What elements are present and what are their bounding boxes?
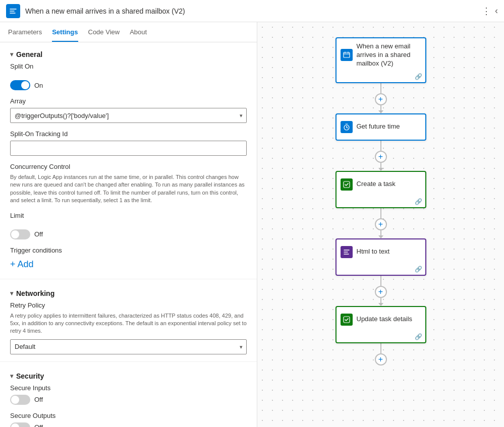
general-label: General (16, 50, 42, 58)
add-step-1-button[interactable]: + (375, 93, 387, 105)
secure-outputs-field: Secure Outputs Off (0, 412, 257, 427)
array-label: Array (10, 97, 247, 105)
tab-parameters[interactable]: Parameters (8, 22, 42, 42)
trigger-label: When a new email arrives in a shared mai… (357, 42, 420, 68)
flow-node-trigger-inner: When a new email arrives in a shared mai… (337, 38, 425, 72)
secure-inputs-toggle[interactable] (10, 395, 30, 405)
app-icon (6, 4, 20, 18)
split-on-knob (21, 81, 29, 89)
workflow-title: When a new email arrives in a shared mai… (25, 7, 477, 15)
add-step-5-button[interactable]: + (375, 353, 387, 365)
split-on-toggle[interactable] (10, 80, 30, 90)
tab-codeview[interactable]: Code View (88, 22, 120, 42)
split-on-tracking-input[interactable] (10, 141, 247, 156)
connector-1: + (375, 83, 387, 113)
line-2 (380, 141, 381, 151)
secure-outputs-label: Secure Outputs (10, 412, 247, 419)
arrow-2 (378, 168, 383, 171)
line-5 (380, 343, 381, 353)
flow-node-html-to-text-inner: Html to text (337, 239, 425, 265)
trigger-conditions-field: Trigger conditions + Add (0, 247, 257, 272)
add-step-2-button[interactable]: + (375, 151, 387, 163)
connector-3: + (375, 208, 387, 238)
arrow-4 (378, 303, 383, 306)
trigger-footer: 🔗 (337, 72, 425, 82)
html-to-text-footer: 🔗 (337, 265, 425, 275)
create-task-link-icon: 🔗 (415, 198, 422, 205)
security-chevron: ▾ (10, 373, 13, 380)
add-trigger-condition-button[interactable]: + Add (10, 257, 247, 272)
flow-node-update-task-details[interactable]: Update task details 🔗 (335, 306, 426, 343)
secure-outputs-toggle[interactable] (10, 422, 30, 427)
top-bar: When a new email arrives in a shared mai… (0, 0, 504, 22)
add-label: Add (18, 259, 34, 270)
retry-policy-select-wrap: DefaultNoneFixed intervalExponential int… (10, 339, 247, 354)
limit-value: Off (34, 230, 43, 238)
html-to-text-icon (341, 246, 353, 258)
svg-rect-1 (344, 52, 350, 57)
secure-outputs-toggle-row: Off (10, 422, 247, 427)
networking-chevron: ▾ (10, 290, 13, 297)
connector-2: + (375, 141, 387, 171)
top-bar-actions: ⋮ ‹ (482, 6, 498, 17)
line-4 (380, 276, 381, 286)
create-task-icon (341, 178, 353, 191)
connector-4: + (375, 276, 387, 306)
flow-node-trigger[interactable]: When a new email arrives in a shared mai… (335, 37, 426, 83)
back-icon[interactable]: ‹ (495, 6, 498, 17)
flow-node-get-future-time[interactable]: Get future time (335, 113, 426, 141)
add-step-4-button[interactable]: + (375, 286, 387, 298)
html-to-text-label: Html to text (357, 248, 390, 256)
flow-node-get-future-time-inner: Get future time (337, 114, 425, 140)
array-field: Array @triggerOutputs()?['body/value'] ▾ (0, 97, 257, 123)
main-layout: Parameters Settings Code View About ▾ Ge… (0, 22, 504, 427)
secure-inputs-toggle-row: Off (10, 395, 247, 405)
left-panel: Parameters Settings Code View About ▾ Ge… (0, 22, 257, 427)
concurrency-field: Concurrency Control By default, Logic Ap… (0, 163, 257, 205)
line-4b (380, 298, 381, 303)
retry-policy-label: Retry Policy (10, 301, 247, 309)
limit-toggle-row: Off (0, 229, 257, 239)
flow-node-html-to-text[interactable]: Html to text 🔗 (335, 238, 426, 276)
security-section-header[interactable]: ▾ Security (0, 364, 257, 384)
right-panel: When a new email arrives in a shared mai… (257, 22, 504, 427)
get-future-time-icon (341, 121, 353, 133)
line-3 (380, 208, 381, 218)
retry-policy-field: Retry Policy A retry policy applies to i… (0, 301, 257, 354)
array-select[interactable]: @triggerOutputs()?['body/value'] (10, 108, 247, 123)
networking-section-header[interactable]: ▾ Networking (0, 281, 257, 301)
more-icon[interactable]: ⋮ (482, 6, 491, 17)
add-step-3-button[interactable]: + (375, 218, 387, 230)
add-icon: + (10, 259, 16, 270)
flow-node-create-task[interactable]: Create a task 🔗 (335, 171, 426, 208)
secure-inputs-knob (11, 396, 19, 404)
retry-policy-select[interactable]: DefaultNoneFixed intervalExponential int… (10, 339, 247, 354)
tab-about[interactable]: About (130, 22, 147, 42)
trigger-conditions-label: Trigger conditions (10, 247, 247, 254)
security-label: Security (16, 372, 44, 380)
array-select-wrap: @triggerOutputs()?['body/value'] ▾ (10, 108, 247, 123)
secure-inputs-value: Off (34, 396, 43, 403)
concurrency-label: Concurrency Control (10, 163, 247, 170)
line-1b (380, 105, 381, 110)
line-3b (380, 230, 381, 235)
connector-5: + (375, 343, 387, 365)
flow-node-update-task-details-inner: Update task details (337, 307, 425, 332)
limit-toggle[interactable] (10, 229, 30, 239)
secure-inputs-label: Secure Inputs (10, 384, 247, 392)
create-task-label: Create a task (357, 180, 396, 189)
general-section-header[interactable]: ▾ General (0, 42, 257, 63)
limit-knob (11, 230, 19, 238)
tab-settings[interactable]: Settings (52, 22, 78, 42)
secure-inputs-field: Secure Inputs Off (0, 384, 257, 405)
create-task-footer: 🔗 (337, 197, 425, 207)
split-on-tracking-label: Split-On Tracking Id (10, 130, 247, 138)
get-future-time-label: Get future time (357, 123, 400, 131)
secure-outputs-value: Off (34, 423, 43, 427)
limit-row: Limit (0, 212, 257, 222)
update-task-details-link-icon: 🔗 (415, 333, 422, 340)
limit-label: Limit (10, 212, 247, 219)
split-on-value: On (34, 82, 43, 89)
update-task-details-footer: 🔗 (337, 332, 425, 342)
trigger-link-icon: 🔗 (415, 73, 422, 80)
